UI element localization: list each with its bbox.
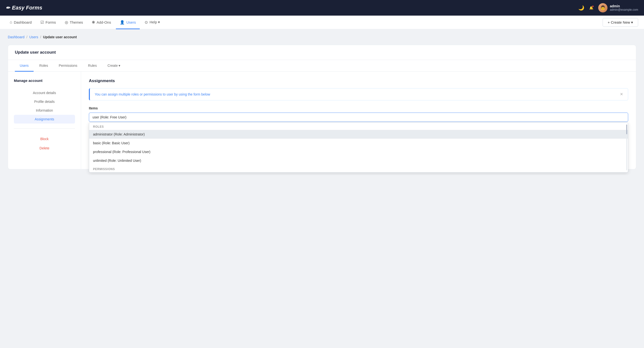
addons-icon: ❋ (92, 20, 95, 25)
tab-permissions[interactable]: Permissions (54, 60, 82, 72)
block-button[interactable]: Block (37, 136, 51, 142)
create-new-button[interactable]: + Create New ▾ (602, 18, 638, 27)
inner-tabs: Users Roles Permissions Rules Create ▾ (8, 60, 636, 72)
notifications-icon[interactable]: 🔔 (589, 6, 593, 10)
dropdown-scrollbar (626, 125, 627, 170)
breadcrumb-users[interactable]: Users (29, 35, 38, 39)
nav-item-addons[interactable]: ❋ Add-Ons (88, 16, 115, 29)
home-icon: ⌂ (10, 20, 12, 24)
users-icon: 👤 (120, 20, 125, 25)
main-card: Update user account Users Roles Permissi… (8, 45, 636, 169)
items-dropdown-list: Roles administrator (Role: Administrator… (89, 122, 628, 173)
breadcrumb-dashboard[interactable]: Dashboard (8, 35, 24, 39)
themes-icon: ◎ (65, 20, 68, 25)
nav-item-dashboard[interactable]: ⌂ Dashboard (6, 16, 36, 29)
delete-button[interactable]: Delete (36, 145, 52, 152)
app-logo: ✏ Easy Forms (6, 5, 42, 11)
dropdown-scrollbar-thumb (626, 125, 627, 134)
tab-create[interactable]: Create ▾ (102, 60, 125, 72)
assignments-title: Assignments (89, 79, 628, 83)
breadcrumb: Dashboard / Users / Update user account (8, 35, 636, 39)
topbar: ✏ Easy Forms 🌙 🔔 👨 admin admin@example.c… (0, 0, 644, 16)
breadcrumb-sep-2: / (40, 35, 41, 39)
left-panel-actions: Block Delete (14, 136, 75, 152)
nav-label-dashboard: Dashboard (14, 20, 32, 24)
nav-item-users[interactable]: 👤 Users (116, 16, 140, 29)
card-title: Update user account (15, 50, 56, 55)
left-panel: Manage account Account details Profile d… (8, 72, 81, 169)
left-nav-information[interactable]: Information (14, 106, 75, 115)
tab-roles[interactable]: Roles (34, 60, 53, 72)
user-name: admin (610, 4, 638, 8)
main-nav: ⌂ Dashboard ☑ Forms ◎ Themes ❋ Add-Ons 👤… (0, 16, 644, 29)
tab-users[interactable]: Users (15, 60, 34, 72)
nav-item-forms[interactable]: ☑ Forms (36, 16, 60, 29)
items-dropdown-container: Roles administrator (Role: Administrator… (89, 113, 628, 122)
help-icon: ⊙ (145, 20, 148, 25)
left-nav-profile-details[interactable]: Profile details (14, 97, 75, 106)
dropdown-option-administrator[interactable]: administrator (Role: Administrator) (89, 130, 628, 139)
dropdown-section-roles: Roles (89, 123, 628, 130)
right-panel: Assignments You can assign multiple role… (81, 72, 636, 169)
dropdown-option-unlimited[interactable]: unlimited (Role: Unlimited User) (89, 156, 628, 165)
user-menu[interactable]: 👨 admin admin@example.com (598, 3, 638, 13)
dropdown-option-professional[interactable]: professional (Role: Professional User) (89, 147, 628, 156)
left-nav-assignments[interactable]: Assignments (14, 115, 75, 124)
nav-label-themes: Themes (70, 20, 83, 24)
nav-item-help[interactable]: ⊙ Help ▾ (141, 16, 164, 29)
manage-account-title: Manage account (14, 79, 75, 83)
nav-label-help: Help ▾ (150, 20, 160, 24)
notification-badge (592, 5, 594, 8)
breadcrumb-current: Update user account (43, 35, 77, 39)
nav-label-addons: Add-Ons (97, 20, 111, 24)
items-field-label: Items (89, 106, 628, 110)
items-input[interactable] (89, 113, 628, 122)
dropdown-section-permissions: Permissions (89, 165, 628, 172)
create-new-label: + Create New ▾ (608, 20, 633, 25)
left-panel-divider (14, 128, 75, 129)
card-header: Update user account (8, 45, 636, 60)
app-name: Easy Forms (12, 5, 42, 11)
user-email: admin@example.com (610, 8, 638, 12)
two-col-layout: Manage account Account details Profile d… (8, 72, 636, 169)
logo-icon: ✏ (6, 5, 10, 11)
avatar: 👨 (598, 3, 608, 13)
tab-rules[interactable]: Rules (83, 60, 102, 72)
breadcrumb-sep-1: / (26, 35, 28, 39)
dropdown-option-basic[interactable]: basic (Role: Basic User) (89, 139, 628, 147)
nav-item-themes[interactable]: ◎ Themes (61, 16, 87, 29)
left-nav-account-details[interactable]: Account details (14, 89, 75, 97)
alert-close-button[interactable]: ✕ (620, 92, 623, 96)
nav-label-users: Users (126, 20, 136, 24)
info-alert-text: You can assign multiple roles or permiss… (95, 92, 210, 96)
forms-icon: ☑ (40, 20, 44, 25)
nav-items: ⌂ Dashboard ☑ Forms ◎ Themes ❋ Add-Ons 👤… (6, 16, 164, 29)
dark-mode-icon[interactable]: 🌙 (578, 5, 584, 11)
page-content: Dashboard / Users / Update user account … (0, 29, 644, 175)
info-alert: You can assign multiple roles or permiss… (89, 88, 628, 100)
nav-label-forms: Forms (46, 20, 56, 24)
user-info: admin admin@example.com (610, 4, 638, 12)
topbar-right: 🌙 🔔 👨 admin admin@example.com (578, 3, 638, 13)
